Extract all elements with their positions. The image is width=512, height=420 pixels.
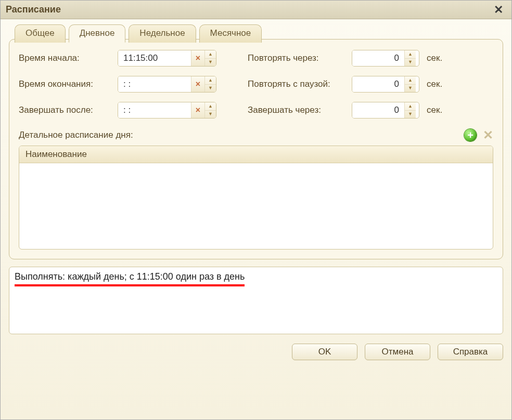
- ok-button[interactable]: OK: [292, 344, 357, 360]
- label-end-time: Время окончания:: [19, 79, 118, 89]
- clear-icon[interactable]: ×: [191, 102, 204, 118]
- clear-icon[interactable]: ×: [191, 50, 204, 66]
- chevron-down-icon[interactable]: ▼: [405, 59, 416, 67]
- help-button[interactable]: Справка: [438, 344, 503, 360]
- close-icon[interactable]: ✕: [491, 3, 506, 17]
- unit-sec: сек.: [427, 53, 442, 63]
- label-finish-in: Завершать через:: [248, 105, 352, 115]
- tab-body-daily: Время начала: × ▲ ▼ Повторять через:: [9, 40, 503, 259]
- detail-actions: + ✕: [464, 128, 493, 142]
- row-finish-after: Завершать после: × ▲ ▼ Завершать через:: [19, 102, 493, 119]
- chevron-down-icon[interactable]: ▼: [405, 85, 416, 93]
- chevron-down-icon[interactable]: ▼: [205, 59, 216, 67]
- plus-icon[interactable]: +: [464, 129, 477, 141]
- schedule-window: Расписание ✕ Общее Дневное Недельное Мес…: [0, 0, 512, 420]
- end-time-input[interactable]: [118, 76, 191, 92]
- repeat-pause-field: ▲ ▼: [352, 76, 419, 93]
- tab-general[interactable]: Общее: [15, 24, 66, 43]
- repeat-pause-input[interactable]: [352, 76, 404, 92]
- tab-monthly[interactable]: Месячное: [199, 24, 262, 43]
- cancel-button[interactable]: Отмена: [365, 344, 430, 360]
- chevron-down-icon[interactable]: ▼: [405, 111, 416, 119]
- column-header-name: Наименование: [19, 146, 493, 163]
- chevron-up-icon[interactable]: ▲: [205, 50, 216, 59]
- detail-table[interactable]: Наименование: [19, 146, 493, 250]
- chevron-up-icon[interactable]: ▲: [205, 102, 216, 111]
- summary-box: Выполнять: каждый день; с 11:15:00 один …: [9, 267, 503, 334]
- time-spinner: ▲ ▼: [204, 50, 216, 66]
- num-spinner: ▲ ▼: [404, 50, 416, 66]
- clear-icon[interactable]: ×: [191, 76, 204, 92]
- repeat-every-field: ▲ ▼: [352, 50, 419, 67]
- tab-strip: Общее Дневное Недельное Месячное: [15, 24, 262, 42]
- delete-icon[interactable]: ✕: [483, 128, 493, 142]
- chevron-down-icon[interactable]: ▼: [205, 111, 216, 119]
- row-end-time: Время окончания: × ▲ ▼ Повторять с паузо…: [19, 76, 493, 93]
- finish-in-field: ▲ ▼: [352, 102, 419, 119]
- titlebar: Расписание ✕: [1, 1, 511, 19]
- time-spinner: ▲ ▼: [204, 76, 216, 92]
- window-title: Расписание: [6, 4, 61, 15]
- row-start-time: Время начала: × ▲ ▼ Повторять через:: [19, 50, 493, 67]
- time-spinner: ▲ ▼: [204, 102, 216, 118]
- detail-label-row: Детальное расписание дня: + ✕: [19, 128, 493, 142]
- finish-in-input[interactable]: [352, 102, 404, 118]
- chevron-up-icon[interactable]: ▲: [405, 76, 416, 85]
- label-repeat-every: Повторять через:: [248, 53, 352, 63]
- label-repeat-pause: Повторять с паузой:: [248, 79, 352, 89]
- dialog-buttons: OK Отмена Справка: [9, 344, 503, 360]
- end-time-field: × ▲ ▼: [118, 76, 216, 93]
- content-area: Общее Дневное Недельное Месячное Время н…: [1, 19, 511, 366]
- num-spinner: ▲ ▼: [404, 76, 416, 92]
- unit-sec: сек.: [427, 105, 442, 115]
- repeat-every-input[interactable]: [352, 50, 404, 66]
- chevron-up-icon[interactable]: ▲: [405, 102, 416, 111]
- label-finish-after: Завершать после:: [19, 105, 118, 115]
- start-time-input[interactable]: [118, 50, 191, 66]
- tab-weekly[interactable]: Недельное: [129, 24, 196, 43]
- finish-after-field: × ▲ ▼: [118, 102, 216, 119]
- tab-panel: Общее Дневное Недельное Месячное Время н…: [9, 39, 503, 259]
- chevron-up-icon[interactable]: ▲: [405, 50, 416, 59]
- chevron-down-icon[interactable]: ▼: [205, 85, 216, 93]
- num-spinner: ▲ ▼: [404, 102, 416, 118]
- summary-text: Выполнять: каждый день; с 11:15:00 один …: [15, 271, 245, 286]
- chevron-up-icon[interactable]: ▲: [205, 76, 216, 85]
- label-detail-schedule: Детальное расписание дня:: [19, 130, 133, 140]
- unit-sec: сек.: [427, 79, 442, 89]
- start-time-field: × ▲ ▼: [118, 50, 216, 67]
- label-start-time: Время начала:: [19, 53, 118, 63]
- finish-after-input[interactable]: [118, 102, 191, 118]
- tab-daily[interactable]: Дневное: [69, 24, 126, 43]
